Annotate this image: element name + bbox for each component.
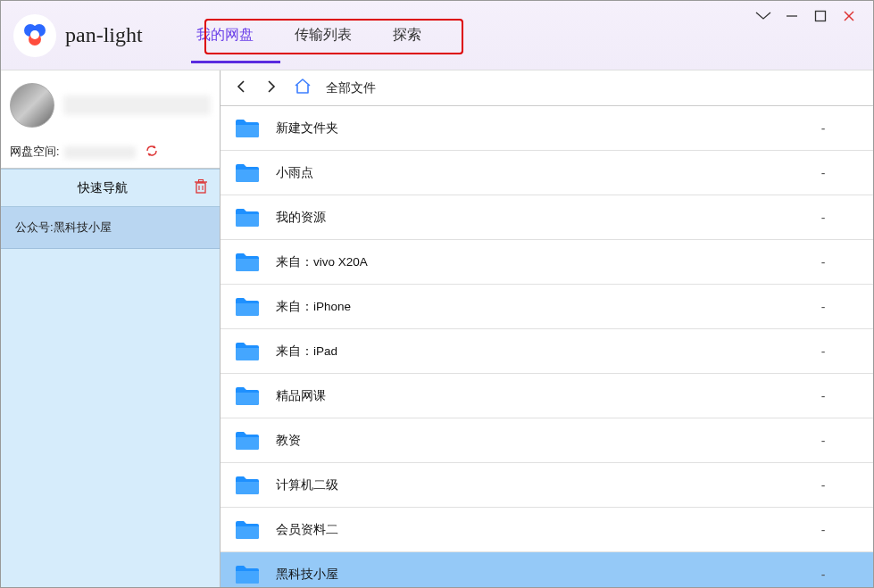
app-title: pan-light <box>65 23 143 47</box>
main-panel: 全部文件 新建文件夹-小雨点-我的资源-来自：vivo X20A-来自：iPho… <box>221 70 873 587</box>
storage-value-blurred <box>64 146 136 159</box>
file-row[interactable]: 来自：iPad- <box>221 329 873 374</box>
folder-icon <box>235 207 260 228</box>
tab-my-pan[interactable]: 我的网盘 <box>195 21 255 50</box>
file-name: 来自：vivo X20A <box>276 254 787 270</box>
app-logo <box>13 14 56 57</box>
file-name: 会员资料二 <box>276 522 787 538</box>
file-meta: - <box>787 211 859 225</box>
breadcrumb-bar: 全部文件 <box>221 70 873 106</box>
file-meta: - <box>787 567 859 582</box>
username-blurred <box>63 95 211 115</box>
folder-icon <box>235 430 260 451</box>
file-meta: - <box>787 478 859 493</box>
logo-wrap: pan-light <box>13 14 143 57</box>
avatar[interactable] <box>10 83 54 128</box>
maximize-icon[interactable] <box>812 8 828 24</box>
window-controls <box>755 8 857 24</box>
file-name: 小雨点 <box>276 165 787 181</box>
file-name: 黑科技小屋 <box>276 567 787 583</box>
file-row[interactable]: 教资- <box>221 418 873 463</box>
header-bar: pan-light 我的网盘 传输列表 探索 <box>1 1 873 70</box>
folder-icon <box>235 519 260 541</box>
file-row[interactable]: 计算机二级- <box>221 463 873 508</box>
refresh-icon[interactable] <box>145 144 159 161</box>
tab-transfer[interactable]: 传输列表 <box>293 21 354 50</box>
tab-explore[interactable]: 探索 <box>391 21 423 50</box>
svg-rect-8 <box>196 183 205 193</box>
folder-icon <box>235 475 260 496</box>
trash-icon[interactable] <box>193 178 209 197</box>
storage-row: 网盘空间: <box>10 144 211 166</box>
file-row[interactable]: 来自：vivo X20A- <box>221 240 873 285</box>
quicknav-label: 快速导航 <box>12 180 193 196</box>
folder-icon <box>235 296 260 318</box>
file-name: 计算机二级 <box>276 477 787 493</box>
file-list[interactable]: 新建文件夹-小雨点-我的资源-来自：vivo X20A-来自：iPhone-来自… <box>221 106 873 587</box>
file-name: 我的资源 <box>276 210 787 226</box>
file-name: 教资 <box>276 433 787 449</box>
file-name: 来自：iPhone <box>276 299 787 315</box>
wechat-row[interactable]: 公众号:黑科技小屋 <box>1 207 220 249</box>
file-meta: - <box>787 389 859 403</box>
file-row[interactable]: 我的资源- <box>221 195 873 240</box>
profile-panel: 网盘空间: <box>1 70 220 169</box>
home-icon[interactable] <box>294 79 312 98</box>
file-row[interactable]: 小雨点- <box>221 151 873 195</box>
file-meta: - <box>787 523 859 537</box>
file-meta: - <box>787 344 859 359</box>
close-icon[interactable] <box>841 8 857 24</box>
folder-icon <box>235 118 260 139</box>
app-window: pan-light 我的网盘 传输列表 探索 <box>0 0 874 588</box>
storage-label: 网盘空间: <box>10 145 59 160</box>
file-row[interactable]: 精品网课- <box>221 374 873 418</box>
file-meta: - <box>787 166 859 180</box>
breadcrumb-all-files[interactable]: 全部文件 <box>326 80 376 96</box>
nav-back-icon[interactable] <box>233 79 249 97</box>
file-name: 精品网课 <box>276 388 787 404</box>
svg-rect-12 <box>199 180 204 183</box>
wechat-value: 黑科技小屋 <box>54 220 112 234</box>
wechat-label: 公众号: <box>15 220 54 234</box>
nav-forward-icon[interactable] <box>263 79 279 97</box>
file-name: 新建文件夹 <box>276 120 787 137</box>
file-name: 来自：iPad <box>276 344 787 360</box>
file-meta: - <box>787 255 859 269</box>
folder-icon <box>235 252 260 273</box>
folder-icon <box>235 564 260 585</box>
file-meta: - <box>787 300 859 314</box>
file-row[interactable]: 新建文件夹- <box>221 106 873 151</box>
file-row[interactable]: 黑科技小屋- <box>221 552 873 587</box>
folder-icon <box>235 162 260 184</box>
file-row[interactable]: 会员资料二- <box>221 508 873 552</box>
folder-icon <box>235 341 260 362</box>
quicknav-row[interactable]: 快速导航 <box>1 169 220 207</box>
dropdown-icon[interactable] <box>755 8 771 24</box>
main-tabs: 我的网盘 传输列表 探索 <box>195 21 423 50</box>
sidebar: 网盘空间: 快速导航 公众号:黑科技小屋 <box>1 70 221 587</box>
file-meta: - <box>787 434 859 448</box>
active-tab-underline <box>191 61 280 63</box>
svg-rect-5 <box>816 12 826 21</box>
sidebar-fill <box>1 249 220 587</box>
svg-point-3 <box>30 30 39 39</box>
file-meta: - <box>787 121 859 136</box>
folder-icon <box>235 385 260 407</box>
body: 网盘空间: 快速导航 公众号:黑科技小屋 <box>1 70 873 587</box>
minimize-icon[interactable] <box>784 8 800 24</box>
file-row[interactable]: 来自：iPhone- <box>221 285 873 329</box>
